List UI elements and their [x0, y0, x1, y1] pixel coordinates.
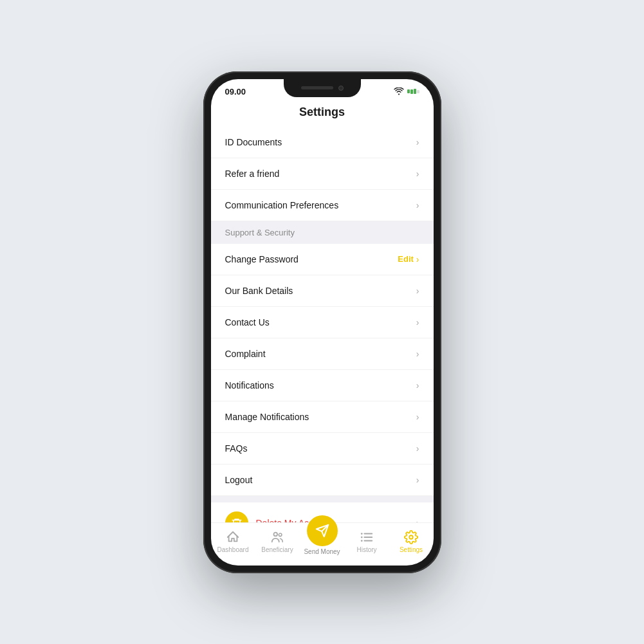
- svg-point-6: [361, 536, 363, 538]
- menu-item-complaint[interactable]: Complaint ›: [211, 338, 434, 370]
- camera: [338, 86, 344, 91]
- send-icon: [315, 524, 329, 538]
- nav-label-settings: Settings: [400, 546, 423, 553]
- gear-icon: [404, 530, 418, 544]
- chevron-icon: ›: [416, 286, 419, 296]
- nav-item-send-money[interactable]: Send Money: [304, 528, 340, 555]
- page-title: Settings: [211, 100, 434, 127]
- svg-point-7: [361, 540, 363, 542]
- chevron-icon: ›: [416, 349, 419, 359]
- delete-icon-wrap: [225, 511, 248, 522]
- trash-icon: [231, 517, 243, 522]
- status-time: 09.00: [225, 87, 246, 97]
- chevron-icon: ›: [416, 169, 419, 179]
- nav-item-settings[interactable]: Settings: [394, 530, 429, 553]
- menu-item-refer-a-friend[interactable]: Refer a friend ›: [211, 158, 434, 190]
- menu-item-logout[interactable]: Logout ›: [211, 465, 434, 496]
- section-separator: [211, 496, 434, 502]
- nav-label-dashboard: Dashboard: [217, 546, 249, 553]
- nav-item-beneficiary[interactable]: Beneficiary: [259, 530, 295, 553]
- chevron-icon: ›: [416, 137, 419, 147]
- home-icon: [226, 530, 240, 544]
- phone-frame: 09.00 Settings: [203, 71, 441, 573]
- nav-label-send-money: Send Money: [304, 548, 340, 555]
- chevron-icon: ›: [416, 443, 419, 454]
- bottom-nav: Dashboard Beneficiary: [211, 522, 434, 566]
- menu-item-id-documents[interactable]: ID Documents ›: [211, 127, 434, 158]
- nav-label-beneficiary: Beneficiary: [261, 546, 293, 553]
- chevron-icon: ›: [416, 317, 419, 327]
- chevron-icon: ›: [416, 475, 419, 485]
- svg-point-5: [361, 533, 363, 535]
- speaker: [301, 86, 333, 89]
- svg-point-1: [279, 533, 282, 537]
- status-bar: 09.00: [211, 79, 434, 100]
- menu-item-contact-us[interactable]: Contact Us ›: [211, 307, 434, 338]
- menu-item-communication-preferences[interactable]: Communication Preferences ›: [211, 190, 434, 221]
- menu-item-our-bank-details[interactable]: Our Bank Details ›: [211, 275, 434, 307]
- nav-item-history[interactable]: History: [349, 530, 385, 553]
- svg-point-0: [273, 532, 277, 536]
- nav-label-history: History: [356, 546, 376, 553]
- svg-point-8: [409, 535, 413, 539]
- list-icon: [360, 530, 374, 544]
- nav-item-dashboard[interactable]: Dashboard: [215, 530, 250, 553]
- chevron-icon: ›: [416, 254, 419, 264]
- phone-screen: 09.00 Settings: [211, 79, 434, 566]
- menu-item-manage-notifications[interactable]: Manage Notifications ›: [211, 401, 434, 433]
- notch: [284, 79, 361, 97]
- section-header-support: Support & Security: [211, 221, 434, 244]
- chevron-icon: ›: [416, 412, 419, 422]
- menu-item-notifications[interactable]: Notifications ›: [211, 370, 434, 401]
- users-icon: [270, 530, 284, 544]
- menu-item-faqs[interactable]: FAQs ›: [211, 433, 434, 465]
- settings-content: ID Documents › Refer a friend › Communic…: [211, 127, 434, 522]
- chevron-icon: ›: [416, 200, 419, 210]
- battery-icon: [407, 89, 419, 94]
- send-money-fab: [307, 515, 338, 546]
- chevron-icon: ›: [416, 380, 419, 391]
- chevron-icon: ›: [416, 518, 419, 522]
- menu-item-change-password[interactable]: Change Password Edit ›: [211, 244, 434, 275]
- status-icons: [394, 87, 419, 95]
- wifi-icon: [394, 87, 404, 95]
